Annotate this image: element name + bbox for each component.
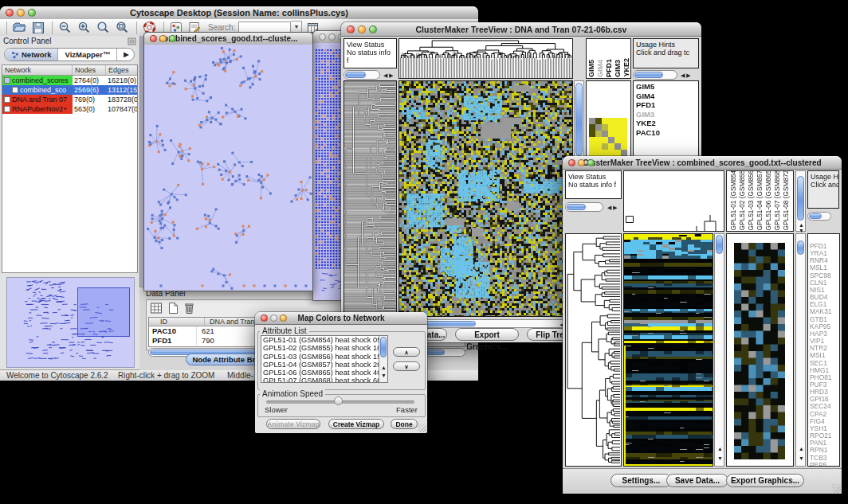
column-label[interactable]: GPL51-07 (GSM868) xyxy=(773,170,781,230)
lattice-window-titlebar[interactable] xyxy=(313,31,344,44)
heatmap-vscrollbar[interactable]: ▲ ▼ xyxy=(714,233,724,467)
minimize-button[interactable] xyxy=(159,35,167,42)
network-list-row[interactable]: DNA and Tran 07 769(0) 183728(0) xyxy=(2,95,137,104)
tab-network[interactable]: Network xyxy=(5,49,58,61)
row-dendrogram[interactable] xyxy=(566,234,621,466)
tab-vizmapper[interactable]: VizMapper™ xyxy=(58,49,117,61)
network-list-row[interactable]: RNAPuberNov2+ 563(0) 107847(0) xyxy=(2,104,137,114)
heatmap-canvas[interactable] xyxy=(399,81,572,316)
usage-hints-scrollbar[interactable] xyxy=(633,70,677,80)
attribute-list-item[interactable]: GPL51-07 (GSM868) heat shock 60 min xyxy=(261,377,387,383)
column-dendrogram[interactable] xyxy=(399,39,572,78)
upper-vscrollbar[interactable]: ▲ ▼ xyxy=(795,170,806,232)
close-button[interactable] xyxy=(261,315,268,322)
save-icon[interactable] xyxy=(32,21,45,34)
row-label[interactable]: GIM5 xyxy=(634,82,698,92)
row-label[interactable]: GIM4 xyxy=(634,92,698,101)
move-up-button[interactable]: ∧ xyxy=(393,347,420,357)
scroll-thumb[interactable] xyxy=(716,235,723,254)
delete-attribute-icon[interactable] xyxy=(183,302,195,315)
scroll-thumb[interactable] xyxy=(575,83,583,156)
zoom-selected-icon[interactable] xyxy=(96,21,110,34)
minimize-button[interactable] xyxy=(578,159,585,166)
column-label[interactable]: PFD1 xyxy=(605,59,613,77)
view-status-scrollbar[interactable] xyxy=(344,70,380,80)
zoom-button[interactable] xyxy=(280,315,287,322)
scroll-thumb[interactable] xyxy=(797,176,804,221)
column-dendrogram[interactable] xyxy=(624,171,724,231)
zoom-vscrollbar[interactable]: ▲ ▼ xyxy=(795,233,806,467)
row-label[interactable]: PFD1 xyxy=(634,100,698,110)
zoom-button[interactable] xyxy=(28,9,36,17)
tab-overflow[interactable]: ▶ xyxy=(117,49,135,61)
heatmap-canvas[interactable] xyxy=(624,234,713,466)
zoom-in-icon[interactable] xyxy=(77,21,91,34)
scroll-thumb[interactable] xyxy=(634,72,663,78)
column-label[interactable]: GIM5 xyxy=(587,60,595,77)
minimize-button[interactable] xyxy=(270,315,277,322)
treeview-dna-titlebar[interactable]: ClusterMaker TreeView : DNA and Tran 07-… xyxy=(341,22,701,37)
usage-hints-scrollbar[interactable] xyxy=(807,212,831,221)
correlation-matrix[interactable] xyxy=(589,118,627,156)
float-panel-icon[interactable] xyxy=(128,37,136,45)
network-canvas[interactable] xyxy=(144,45,312,291)
attribute-list-item[interactable]: GPL51-03 (GSM856) heat shock 15 min xyxy=(261,353,387,361)
zoom-button[interactable] xyxy=(169,35,176,42)
row-label[interactable]: YKE2 xyxy=(634,119,698,128)
close-button[interactable] xyxy=(150,35,157,42)
network-window-titlebar[interactable]: combined_scores_good.txt--cluste... xyxy=(144,33,312,45)
attribute-list[interactable]: GPL51-01 (GSM854) heat shock 05 minGPL51… xyxy=(261,335,388,383)
close-button[interactable] xyxy=(6,9,14,17)
birdseye-overview[interactable] xyxy=(6,277,135,368)
attribute-list-item[interactable]: GPL51-06 (GSM865) heat shock 40 min xyxy=(261,369,387,377)
column-label[interactable]: GPL51-01 (GSM854) xyxy=(729,170,737,230)
export-graphics-button[interactable]: Export Graphics... xyxy=(726,474,804,487)
main-titlebar[interactable]: Cytoscape Desktop (Session Name: collins… xyxy=(0,6,478,20)
export-graphics-button[interactable]: Export Graphics... xyxy=(455,328,519,341)
column-label[interactable]: GPL51-02 (GSM855) xyxy=(738,170,746,230)
dialog-titlebar[interactable]: Map Colors to Network xyxy=(255,312,427,325)
close-button[interactable] xyxy=(319,33,326,41)
done-button[interactable]: Done xyxy=(391,419,418,429)
column-label[interactable]: GPL51-03 (GSM856) xyxy=(747,170,755,230)
row-label[interactable]: GIM3 xyxy=(634,110,698,119)
minimize-button[interactable] xyxy=(328,33,336,41)
list-vscrollbar[interactable]: ▲ ▼ xyxy=(379,336,387,382)
scroll-thumb[interactable] xyxy=(809,213,822,219)
zoom-heatmap-canvas[interactable] xyxy=(734,243,785,459)
scroll-arrows[interactable]: ◀ ▶ xyxy=(607,205,618,210)
close-button[interactable] xyxy=(347,25,355,33)
column-label[interactable]: GPL51-06 (GSM865) xyxy=(764,170,772,230)
zoom-fit-icon[interactable] xyxy=(116,21,129,34)
column-label[interactable]: GPL51-04 (GSM857) xyxy=(756,170,764,230)
create-vizmap-button[interactable]: Create Vizmap xyxy=(328,419,384,429)
row-dendrogram[interactable] xyxy=(344,81,396,316)
open-file-icon[interactable] xyxy=(13,21,26,34)
attribute-list-item[interactable]: GPL51-01 (GSM854) heat shock 05 min xyxy=(261,336,387,344)
scroll-arrows[interactable]: ◀ ▶ xyxy=(383,72,394,78)
new-attribute-icon[interactable] xyxy=(167,302,179,315)
zoom-button[interactable] xyxy=(369,25,377,33)
minimize-button[interactable] xyxy=(17,9,25,17)
attribute-list-item[interactable]: GPL51-04 (GSM857) heat shock 20 min xyxy=(261,361,387,369)
scroll-thumb[interactable] xyxy=(567,204,586,210)
move-down-button[interactable]: ∨ xyxy=(393,361,420,371)
save-data-button[interactable]: Save Data... xyxy=(666,474,728,487)
treeview-combined-titlebar[interactable]: ClusterMaker TreeView : combined_scores_… xyxy=(563,156,842,170)
lattice-network-view[interactable] xyxy=(313,43,344,300)
minimize-button[interactable] xyxy=(358,25,366,33)
scroll-thumb[interactable] xyxy=(380,337,387,357)
row-label[interactable]: PAC10 xyxy=(634,128,698,138)
slider-thumb[interactable] xyxy=(334,397,343,405)
scroll-thumb[interactable] xyxy=(797,240,804,255)
network-list-header[interactable]: Network Nodes Edges xyxy=(2,65,137,76)
animate-vizmap-button[interactable]: Animate Vizmap xyxy=(266,419,320,429)
network-list-row[interactable]: combined_sco 2569(6) 13112(15) xyxy=(2,85,137,95)
gene-label[interactable]: PEP5 xyxy=(808,462,839,467)
view-status-scrollbar[interactable] xyxy=(565,202,603,212)
zoom-out-icon[interactable] xyxy=(58,21,72,34)
attribute-list-item[interactable]: GPL51-02 (GSM855) heat shock 10 min xyxy=(261,344,387,352)
column-label[interactable]: YKE2 xyxy=(622,58,630,77)
scroll-thumb[interactable] xyxy=(345,72,366,78)
column-label[interactable]: GIM3 xyxy=(614,60,622,77)
